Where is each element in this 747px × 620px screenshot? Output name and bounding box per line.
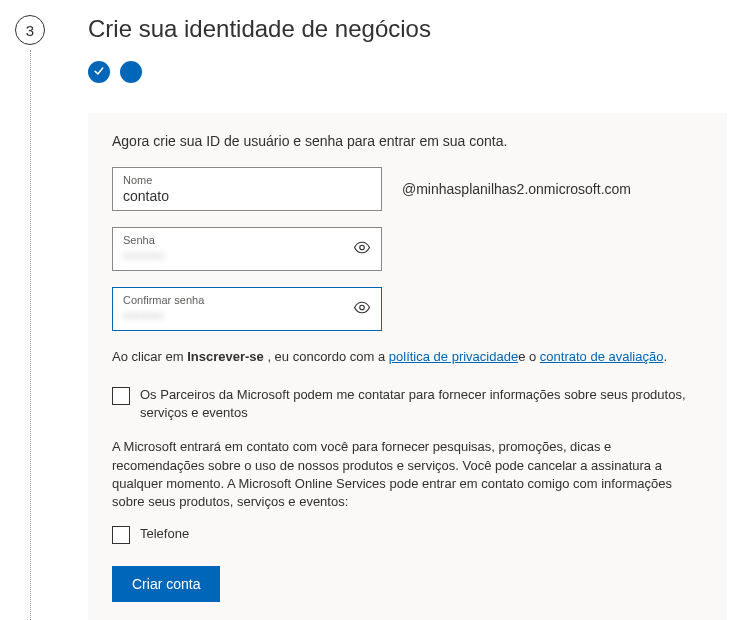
step-indicator-column: 3 <box>0 15 60 620</box>
eye-icon[interactable] <box>353 299 371 320</box>
confirm-password-field-wrapper[interactable]: Confirmar senha <box>112 287 382 331</box>
name-field-wrapper[interactable]: Nome <box>112 167 382 211</box>
step-connector-line <box>30 50 31 620</box>
partners-checkbox-label: Os Parceiros da Microsoft podem me conta… <box>140 386 703 422</box>
password-field-wrapper[interactable]: Senha <box>112 227 382 271</box>
confirm-password-input[interactable] <box>123 308 371 324</box>
create-account-button[interactable]: Criar conta <box>112 566 220 602</box>
svg-point-1 <box>360 305 365 310</box>
partners-checkbox[interactable] <box>112 387 130 405</box>
form-intro-text: Agora crie sua ID de usuário e senha par… <box>112 133 703 149</box>
name-label: Nome <box>123 174 371 186</box>
progress-indicator <box>88 61 727 83</box>
eye-icon[interactable] <box>353 239 371 260</box>
privacy-policy-link[interactable]: política de privacidade <box>389 349 518 364</box>
domain-suffix: @minhasplanilhas2.onmicrosoft.com <box>402 181 631 197</box>
page-title: Crie sua identidade de negócios <box>88 15 727 43</box>
agreement-text: Ao clicar em Inscrever-se , eu concordo … <box>112 349 703 364</box>
phone-checkbox[interactable] <box>112 526 130 544</box>
password-label: Senha <box>123 234 371 246</box>
phone-checkbox-label: Telefone <box>140 525 189 543</box>
progress-dot-current <box>120 61 142 83</box>
step-number: 3 <box>26 22 34 39</box>
svg-point-0 <box>360 245 365 250</box>
confirm-password-label: Confirmar senha <box>123 294 371 306</box>
progress-dot-completed <box>88 61 110 83</box>
name-input[interactable] <box>123 188 371 204</box>
step-number-circle: 3 <box>15 15 45 45</box>
contact-info-text: A Microsoft entrará em contato com você … <box>112 438 703 511</box>
password-input[interactable] <box>123 248 371 264</box>
form-panel: Agora crie sua ID de usuário e senha par… <box>88 113 727 620</box>
agreement-action: Inscrever-se <box>187 349 264 364</box>
trial-agreement-link[interactable]: contrato de avaliação <box>540 349 664 364</box>
checkmark-icon <box>93 64 105 80</box>
